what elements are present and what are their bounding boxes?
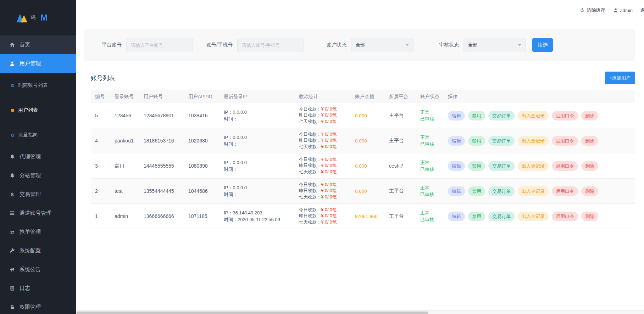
sidebar-item-home[interactable]: 首页 xyxy=(0,35,76,54)
platform-account-label: 平台账号 xyxy=(102,42,122,48)
account-phone-input[interactable] xyxy=(237,38,304,52)
sidebar-item-logs[interactable]: 日志 xyxy=(0,279,76,298)
sidebar-subitem-user-list[interactable]: 用户列表 xyxy=(0,98,76,123)
user-icon xyxy=(613,8,618,13)
delete-button[interactable]: 删除 xyxy=(581,111,598,120)
account-status-select[interactable]: 全部 xyxy=(351,38,413,52)
cell-appid: 1044686 xyxy=(184,188,220,194)
cell-platform: 主平台 xyxy=(385,112,416,119)
horizontal-scrollbar[interactable] xyxy=(76,310,644,314)
delete-button[interactable]: 删除 xyxy=(581,161,598,171)
col-actions: 操作 xyxy=(444,94,635,100)
cell-status: 正常 已审核 xyxy=(416,184,444,198)
filter-button[interactable]: 筛选 xyxy=(532,38,553,52)
sidebar-subitem-traffic-direction[interactable]: 流量指向 xyxy=(0,123,76,147)
add-user-button[interactable]: +添加用户 xyxy=(605,72,635,84)
trade-orders-button[interactable]: 交易订单 xyxy=(488,111,515,120)
cell-balance: 0.000 xyxy=(351,163,385,169)
delete-button[interactable]: 删除 xyxy=(581,212,598,221)
platform-account-input[interactable] xyxy=(126,38,193,52)
sidebar-item-label: 日志 xyxy=(20,285,30,292)
refresh-icon xyxy=(580,8,585,13)
enable-password-button[interactable]: 启用口令 xyxy=(552,136,578,146)
clear-cache-button[interactable]: 清除缓存 xyxy=(580,7,605,13)
sidebar-item-substation-management[interactable]: 分站管理 xyxy=(0,166,76,185)
cell-login: 123456 xyxy=(110,113,139,118)
cell-account: 18186153716 xyxy=(139,138,184,144)
wrench-icon xyxy=(10,248,15,253)
sidebar-item-label: 权限管理 xyxy=(20,304,41,310)
cell-status: 正常 已审核 xyxy=(416,109,444,122)
col-status: 账户状态 xyxy=(416,94,444,100)
cell-appid: 1071185 xyxy=(184,213,220,219)
main-content: 平台账号 账号/手机号 账户状态 全部 审核状态 全部 筛选 账号列表 +添加用… xyxy=(76,0,644,229)
sidebar-item-user-management[interactable]: 用户管理 xyxy=(0,54,76,73)
cell-platform: ceshi7 xyxy=(385,163,416,169)
sidebar-item-system-announcement[interactable]: 系统公告 xyxy=(0,260,76,279)
cell-last-ip: IP：0.0.0.0 时间： xyxy=(220,184,295,198)
cell-id: 4 xyxy=(91,138,110,144)
fund-records-button[interactable]: 出入金记录 xyxy=(518,136,549,146)
cell-actions: 编辑 禁用 交易订单 出入金记录 启用口令 删除 xyxy=(444,161,635,171)
scrollbar-thumb[interactable] xyxy=(76,312,428,314)
edit-button[interactable]: 编辑 xyxy=(448,136,465,146)
sidebar-item-label: 抢单管理 xyxy=(20,229,41,235)
app-logo: 码 M xyxy=(0,0,76,35)
cell-account: 13554444445 xyxy=(139,188,184,194)
lock-icon xyxy=(10,304,15,310)
audit-status-select[interactable]: 全部 xyxy=(463,38,526,52)
delete-button[interactable]: 删除 xyxy=(581,186,598,196)
delete-button[interactable]: 删除 xyxy=(581,136,598,146)
trade-orders-button[interactable]: 交易订单 xyxy=(488,212,515,221)
account-phone-label: 账号/手机号 xyxy=(206,42,233,48)
cell-stats: 今日收款：¥ 0/ 0笔 昨日收款：¥ 0/ 0笔 七天收款：¥ 0/ 0笔 xyxy=(295,182,351,201)
disable-button[interactable]: 禁用 xyxy=(468,161,485,171)
enable-password-button[interactable]: 启用口令 xyxy=(552,161,578,171)
edit-button[interactable]: 编辑 xyxy=(448,111,465,120)
trade-orders-button[interactable]: 交易订单 xyxy=(488,186,515,196)
current-user[interactable]: admin xyxy=(613,8,633,13)
enable-password-button[interactable]: 启用口令 xyxy=(552,111,578,120)
sidebar-subitem-merchant-accounts[interactable]: 码商账号列表 xyxy=(0,73,76,98)
audit-status-label: 审核状态 xyxy=(439,42,459,48)
audit-badge: 已审核 xyxy=(420,166,439,173)
trade-orders-button[interactable]: 交易订单 xyxy=(488,136,515,146)
cell-account: 13666666666 xyxy=(139,213,184,219)
table-row: 1 admin 13666666666 1071185 IP：36.148.49… xyxy=(91,204,635,229)
cell-status: 正常 已审核 xyxy=(416,134,444,147)
fund-records-button[interactable]: 出入金记录 xyxy=(518,212,549,221)
enable-password-button[interactable]: 启用口令 xyxy=(552,186,578,196)
trade-orders-button[interactable]: 交易订单 xyxy=(488,161,515,171)
sidebar-item-order-grab-management[interactable]: ⇄ 抢单管理 xyxy=(0,223,76,241)
edit-button[interactable]: 编辑 xyxy=(448,212,465,221)
cell-id: 5 xyxy=(91,113,110,118)
status-badge: 正常 xyxy=(420,159,439,166)
logo-cn-text: 码 xyxy=(30,15,35,21)
sidebar-item-agent-management[interactable]: 代理管理 xyxy=(0,147,76,166)
edit-button[interactable]: 编辑 xyxy=(448,186,465,196)
disable-button[interactable]: 禁用 xyxy=(468,136,485,146)
sidebar-item-system-config[interactable]: 系统配置 xyxy=(0,241,76,260)
cell-stats: 今日收款：¥ 0/ 0笔 昨日收款：¥ 0/ 0笔 七天收款：¥ 0/ 0笔 xyxy=(295,207,351,226)
sidebar-item-permission-management[interactable]: 权限管理 xyxy=(0,298,76,314)
cell-login: 盘口 xyxy=(110,163,139,169)
user-icon xyxy=(10,61,15,66)
logout-button[interactable]: 退出 xyxy=(640,7,644,13)
dollar-icon: $ xyxy=(10,192,15,197)
disable-button[interactable]: 禁用 xyxy=(468,111,485,120)
cell-platform: 主平台 xyxy=(385,138,416,144)
status-badge: 正常 xyxy=(420,134,439,141)
sidebar-item-label: 系统公告 xyxy=(20,266,41,273)
logout-label: 退出 xyxy=(640,7,644,13)
cell-login: test xyxy=(110,188,139,194)
disable-button[interactable]: 禁用 xyxy=(468,186,485,196)
enable-password-button[interactable]: 启用口令 xyxy=(552,212,578,221)
fund-records-button[interactable]: 出入金记录 xyxy=(518,111,549,120)
edit-button[interactable]: 编辑 xyxy=(448,161,465,171)
disable-button[interactable]: 禁用 xyxy=(468,212,485,221)
cell-actions: 编辑 禁用 交易订单 出入金记录 启用口令 删除 xyxy=(444,186,635,196)
fund-records-button[interactable]: 出入金记录 xyxy=(518,161,549,171)
fund-records-button[interactable]: 出入金记录 xyxy=(518,186,549,196)
sidebar-item-trade-management[interactable]: $ 交易管理 xyxy=(0,185,76,204)
sidebar-item-channel-account-management[interactable]: 通道账号管理 xyxy=(0,204,76,223)
